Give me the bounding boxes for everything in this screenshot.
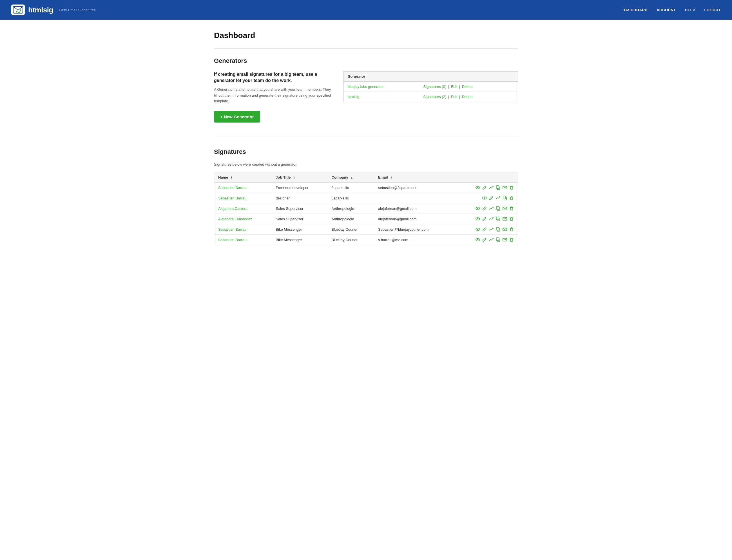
chart-icon[interactable] [489,185,493,190]
copy-icon[interactable] [502,196,507,200]
table-row: Sebastien Barrau designer 3sparks llc [214,193,518,203]
edit-icon[interactable] [482,237,487,242]
generator-name: bluejay labs generator [344,82,419,92]
copy-icon[interactable] [496,185,500,190]
copy-icon[interactable] [496,217,500,221]
generators-table-header: Generator [344,72,419,82]
table-row: Sebastien Barrau Front end developer 3sp… [214,183,518,193]
sig-name-link[interactable]: Sebastien Barrau [218,196,246,200]
generator-edit-link[interactable]: Edit [451,95,457,99]
delete-icon[interactable] [509,237,514,242]
generator-actions: Signatures (0) | Edit | Delete [419,82,518,92]
sig-name-link[interactable]: Alejandra Fernandez [218,217,252,221]
sort-icon-jobtitle: ⬍ [293,176,295,179]
delete-icon[interactable] [509,217,514,221]
sig-name: Sebastien Barrau [214,183,272,193]
generator-signatures-link[interactable]: Signatures (2) [423,95,446,99]
generators-desc-main: If creating email signatures for a big t… [214,71,332,84]
sig-actions-cell [454,214,518,224]
sig-job-title: Bike Messenger [272,224,328,235]
generators-actions-header [419,72,518,82]
view-icon[interactable] [475,185,480,190]
chart-icon[interactable] [489,237,493,242]
generator-row: htmlsig Signatures (2) | Edit | Delete [344,92,518,102]
generator-delete-link[interactable]: Delete [462,95,473,99]
sig-name-link[interactable]: Sebastien Barrau [218,227,246,232]
sort-icon-email: ⬍ [390,176,392,179]
nav-account[interactable]: ACCOUNT [657,8,676,12]
sig-actions-cell [454,235,518,245]
col-company[interactable]: Company ▲ [328,172,374,183]
sig-name-link[interactable]: Sebastien Barrau [218,238,246,242]
view-icon[interactable] [475,227,480,232]
email-icon[interactable] [502,206,507,211]
sig-name: Alejandra Fernandez [214,214,272,224]
copy-icon[interactable] [496,237,500,242]
email-icon[interactable] [502,185,507,190]
chart-icon[interactable] [489,217,493,221]
edit-icon[interactable] [482,217,487,221]
chart-icon[interactable] [489,227,493,232]
email-icon[interactable] [502,227,507,232]
sep2: | [459,85,461,89]
sig-job-title: designer [272,193,328,203]
svg-point-22 [477,208,478,209]
edit-icon[interactable] [489,196,493,200]
view-icon[interactable] [482,196,487,200]
generators-section: Generators If creating email signatures … [214,57,518,123]
svg-rect-7 [510,187,513,189]
delete-icon[interactable] [509,206,514,211]
generator-signatures-link[interactable]: Signatures (0) [423,85,446,89]
sig-name-link[interactable]: Sebastien Barrau [218,186,246,190]
col-name[interactable]: Name ⬍ [214,172,272,183]
delete-icon[interactable] [509,185,514,190]
svg-point-32 [477,218,478,219]
generator-name-link[interactable]: htmlsig [348,95,359,99]
generators-layout: If creating email signatures for a big t… [214,71,518,123]
new-generator-button[interactable]: + New Generator [214,111,260,123]
logo-tagline: Easy Email Signatures [59,8,96,12]
sig-actions-cell [454,183,518,193]
generator-delete-link[interactable]: Delete [462,85,473,89]
copy-icon[interactable] [496,227,500,232]
logo-svg [13,6,23,14]
generator-name-link[interactable]: bluejay labs generator [348,85,384,89]
sig-email: s.barrau@me.com [374,235,454,245]
sig-actions [458,206,514,211]
sig-name-link[interactable]: Alejandra Castera [218,206,248,211]
sig-actions [458,217,514,221]
sig-email [374,193,454,203]
svg-point-42 [477,229,478,230]
delete-icon[interactable] [509,196,514,200]
nav-dashboard[interactable]: DASHBOARD [622,8,648,12]
delete-icon[interactable] [509,227,514,232]
generator-edit-link[interactable]: Edit [451,85,457,89]
edit-icon[interactable] [482,206,487,211]
sig-company: Anthropologie [328,214,374,224]
signatures-section-title: Signatures [214,148,518,155]
table-row: Alejandra Fernandez Sales Supervisor Ant… [214,214,518,224]
view-icon[interactable] [475,206,480,211]
view-icon[interactable] [475,237,480,242]
email-icon[interactable] [502,217,507,221]
sig-job-title: Bike Messenger [272,235,328,245]
svg-rect-46 [510,228,513,231]
svg-rect-44 [496,227,499,230]
sort-icon-company: ▲ [350,176,353,179]
chart-icon[interactable] [489,206,493,211]
copy-icon[interactable] [496,206,500,211]
col-jobtitle[interactable]: Job Title ⬍ [272,172,328,183]
sig-actions [458,185,514,190]
edit-icon[interactable] [482,227,487,232]
email-icon[interactable] [502,237,507,242]
edit-icon[interactable] [482,185,487,190]
sig-actions [458,227,514,232]
nav-help[interactable]: HELP [685,8,695,12]
svg-point-52 [477,239,478,240]
col-email[interactable]: Email ⬍ [374,172,454,183]
nav-logout[interactable]: LOGOUT [704,8,721,12]
sig-name: Sebastien Barrau [214,193,272,203]
chart-icon[interactable] [496,196,500,200]
sig-company: Anthropologie [328,203,374,214]
view-icon[interactable] [475,217,480,221]
